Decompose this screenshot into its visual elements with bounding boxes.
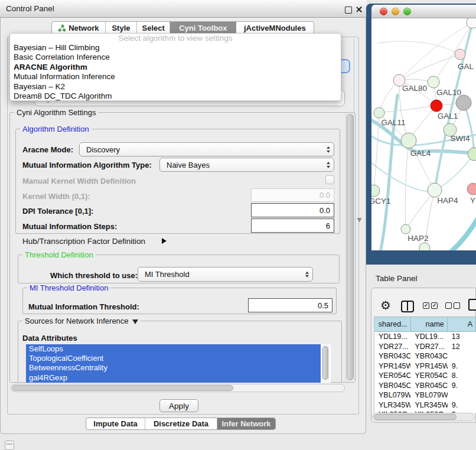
algorithm-option-selected[interactable]: ARACNE Algorithm xyxy=(10,63,341,72)
mi-threshold-field[interactable]: 0.5 xyxy=(248,298,332,312)
settings-hscrollbar-thumb[interactable] xyxy=(12,385,233,391)
table-body: YDL19...YDL19...13YDR27...YDR27...12YBR0… xyxy=(374,332,476,413)
control-panel-titlebar[interactable] xyxy=(0,0,366,18)
group-title: MI Threshold Definition xyxy=(27,283,110,292)
mi-type-combobox[interactable]: Naive Bayes xyxy=(159,158,334,172)
focused-combobox-fragment[interactable] xyxy=(340,59,350,73)
network-window-titlebar[interactable] xyxy=(371,5,476,18)
manual-kernel-checkbox[interactable] xyxy=(325,175,334,184)
network-node[interactable] xyxy=(419,243,430,250)
table-row[interactable]: YPR145WYPR145W9. xyxy=(374,361,476,371)
aracne-mode-combobox[interactable]: Discovery xyxy=(79,142,334,156)
table-cell: 8. xyxy=(448,371,476,381)
deselect-all-checks-icon[interactable] xyxy=(445,302,462,313)
bottom-tabs: Impute Data Discretize Data Infer Networ… xyxy=(86,418,276,430)
network-node[interactable] xyxy=(456,95,471,110)
tab-label: Select xyxy=(142,24,165,32)
mi-threshold-label: Mutual Information Threshold: xyxy=(28,302,139,311)
tab-jactivemnodules[interactable]: jActiveMNodules xyxy=(236,22,314,34)
algorithm-option[interactable]: Mutual Information Inference xyxy=(10,72,341,81)
network-node[interactable] xyxy=(468,148,476,161)
column-header-3[interactable]: A xyxy=(448,317,476,331)
tab-label: Infer Network xyxy=(221,419,270,428)
table-hscrollbar-thumb[interactable] xyxy=(374,414,457,420)
algorithm-option[interactable]: Basic Correlation Inference xyxy=(10,53,341,62)
attribute-item-selected[interactable]: SelfLoops xyxy=(26,344,321,354)
node-table: shared...nameA YDL19...YDL19...13YDR27..… xyxy=(374,317,476,413)
mi-steps-label: Mutual Information Steps: xyxy=(22,222,117,231)
algorithm-option[interactable]: Bayesian – K2 xyxy=(10,82,341,92)
algorithm-option[interactable]: Dream8 DC_TDC Algorithm xyxy=(10,92,341,101)
table-row[interactable]: YBL079WYBL079W xyxy=(374,390,476,400)
mi-steps-field[interactable]: 6 xyxy=(251,219,334,233)
network-node[interactable] xyxy=(428,76,439,88)
attribute-item-selected[interactable]: gal4RGexp xyxy=(26,373,321,383)
attribute-item-selected[interactable]: BetweennessCentrality xyxy=(26,363,321,373)
table-row[interactable]: YDR27...YDR27...12 xyxy=(374,342,476,352)
table-row[interactable]: YLR345WYLR345W9. xyxy=(374,400,476,410)
columns-icon[interactable] xyxy=(401,301,414,312)
tab-discretize-data[interactable]: Discretize Data xyxy=(145,418,217,429)
disclosure-expanded-icon[interactable] xyxy=(132,319,138,324)
which-threshold-combobox[interactable]: MI Threshold xyxy=(138,267,313,282)
tab-infer-network[interactable]: Infer Network xyxy=(217,418,275,429)
network-node[interactable] xyxy=(374,107,384,118)
network-node[interactable] xyxy=(371,185,380,197)
dropdown-placeholder: Select algorithm to view settings xyxy=(10,34,341,43)
close-traffic-light[interactable] xyxy=(380,8,387,15)
network-node[interactable] xyxy=(467,18,476,28)
kernel-width-field[interactable]: 0.0 xyxy=(251,188,334,202)
tab-impute-data[interactable]: Impute Data xyxy=(86,418,145,429)
network-edge[interactable] xyxy=(379,106,436,113)
float-window-icon[interactable] xyxy=(345,6,352,14)
dpi-tolerance-field[interactable]: 0.0 xyxy=(251,203,334,217)
node-label: GAL80 xyxy=(402,84,427,93)
disclosure-collapsed-icon[interactable] xyxy=(162,238,167,244)
apply-button[interactable]: Apply xyxy=(159,399,198,412)
minimize-traffic-light[interactable] xyxy=(392,8,399,15)
tab-style[interactable]: Style xyxy=(106,22,138,34)
network-edge[interactable] xyxy=(371,160,435,191)
group-title: Threshold Definition xyxy=(22,250,96,259)
close-icon[interactable] xyxy=(355,5,363,14)
network-edge[interactable] xyxy=(399,54,460,80)
tab-select[interactable]: Select xyxy=(137,22,170,34)
select-all-checks-icon[interactable]: ✓✓ xyxy=(423,302,439,313)
column-header-1[interactable]: shared... xyxy=(374,317,411,331)
combobox-value: MI Threshold xyxy=(145,270,190,279)
group-title: Cyni Algorithm Settings xyxy=(14,108,98,117)
table-cell: 9. xyxy=(448,381,476,391)
network-node[interactable] xyxy=(455,49,465,60)
list-scrollbar-thumb[interactable] xyxy=(322,346,328,380)
network-edge[interactable] xyxy=(377,41,460,54)
network-canvas[interactable]: GALGAL80GAL10GAL1GAL11SWI4GAL4GCY1HAP4YH… xyxy=(371,18,476,250)
network-node[interactable] xyxy=(401,224,410,234)
table-row[interactable]: YBR045CYBR045C9. xyxy=(374,381,476,391)
table-row[interactable]: YDL19...YDL19...13 xyxy=(374,332,476,342)
group-title: Algorithm Definition xyxy=(20,125,92,133)
algorithm-option[interactable]: Bayesian – Hill Climbing xyxy=(10,43,341,53)
table-cell xyxy=(448,351,476,361)
network-edge[interactable] xyxy=(409,141,435,190)
network-edge[interactable] xyxy=(445,214,476,250)
column-header-2[interactable]: name xyxy=(411,317,448,331)
attribute-item-selected[interactable]: TopologicalCoefficient xyxy=(26,354,321,363)
network-node[interactable] xyxy=(431,100,442,112)
settings-vscrollbar-thumb[interactable] xyxy=(347,114,354,380)
network-edge[interactable] xyxy=(433,22,472,82)
tab-cyni-toolbox[interactable]: Cyni Toolbox xyxy=(170,22,236,34)
network-node[interactable] xyxy=(401,133,416,148)
tab-network[interactable]: Network xyxy=(52,22,106,34)
zoom-traffic-light[interactable] xyxy=(403,8,411,15)
gear-icon[interactable]: ⚙ xyxy=(380,298,391,312)
node-label: HAP4 xyxy=(437,196,458,205)
docked-panel-icon[interactable] xyxy=(5,441,14,450)
network-icon xyxy=(58,24,66,32)
network-node[interactable] xyxy=(428,183,442,197)
node-label: HAP2 xyxy=(407,234,428,243)
table-row[interactable]: YER054CYER054C8. xyxy=(374,371,476,381)
table-row[interactable]: YBR043CYBR043C xyxy=(374,351,476,361)
table-cell: YDR27... xyxy=(410,342,447,352)
network-node[interactable] xyxy=(467,183,476,195)
file-icon[interactable] xyxy=(468,299,476,311)
